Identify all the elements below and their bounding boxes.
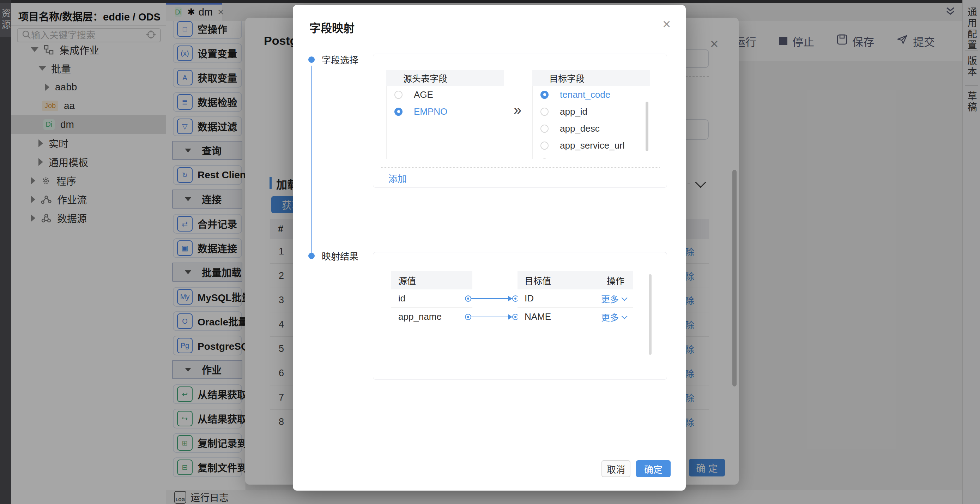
mapping-connector (465, 313, 519, 321)
mapping-target-table: 目标值 操作 ID 更多 NAME 更多 (517, 271, 633, 326)
mapping-source-row: app_name (391, 308, 473, 326)
step-label-field-select: 字段选择 (322, 53, 358, 66)
step-dot-field-select (308, 56, 315, 63)
target-field-app-service-url[interactable]: app_service_url (533, 137, 650, 154)
source-fields-list: 源头表字段 AGE EMPNO (386, 70, 504, 159)
more-dropdown[interactable]: 更多 (601, 311, 626, 323)
mapping-result-panel: 源值 id app_name (373, 252, 667, 380)
target-field-creator[interactable]: creator (533, 154, 650, 159)
target-fields-header: 目标字段 (532, 70, 650, 86)
mapping-connector (465, 295, 519, 302)
cancel-button[interactable]: 取消 (601, 460, 630, 477)
connector-endpoint-icon (465, 295, 471, 302)
source-fields-body: AGE EMPNO (386, 86, 504, 159)
mapping-source-row: id (391, 289, 473, 308)
scrollbar[interactable] (646, 102, 648, 151)
field-select-panel: 源头表字段 AGE EMPNO » 目标字段 (373, 54, 667, 188)
mapping-target-row: ID 更多 (517, 289, 633, 308)
connector-arrow-icon (508, 314, 512, 320)
modal-title: 字段映射 (309, 19, 355, 35)
more-dropdown[interactable]: 更多 (601, 292, 626, 305)
mapping-source-table: 源值 id app_name (391, 271, 473, 326)
target-field-tenant-code[interactable]: tenant_code (533, 86, 650, 103)
step-connector-line (311, 65, 312, 256)
radio-on-icon[interactable] (395, 108, 402, 116)
dotted-divider (381, 167, 660, 168)
connector-arrow-icon (508, 296, 512, 301)
app-screen: 资源 项目名称/数据层：eddie / ODS 集成作业 (0, 0, 980, 504)
chevron-down-icon (622, 313, 628, 319)
target-value-header: 目标值 操作 (517, 271, 633, 289)
mapping-target-row: NAME 更多 (517, 308, 633, 326)
chevron-down-icon (622, 295, 628, 301)
connector-endpoint-icon (465, 314, 471, 320)
source-value-header: 源值 (391, 271, 473, 289)
radio-on-icon[interactable] (541, 91, 549, 99)
transfer-chevrons-icon: » (514, 102, 522, 118)
radio-off-icon[interactable] (395, 91, 402, 99)
confirm-button[interactable]: 确定 (636, 460, 671, 477)
target-field-app-id[interactable]: app_id (533, 103, 650, 120)
connector-line (471, 317, 509, 317)
target-field-app-desc[interactable]: app_desc (533, 120, 650, 137)
field-mapping-modal: 字段映射 × 字段选择 映射结果 源头表字段 AGE EMPNO (293, 5, 686, 491)
step-label-mapping-result: 映射结果 (322, 249, 358, 262)
radio-off-icon[interactable] (541, 124, 549, 133)
radio-off-icon[interactable] (541, 142, 549, 150)
radio-off-icon[interactable] (541, 108, 549, 116)
action-header: 操作 (607, 274, 624, 287)
target-fields-list: 目标字段 tenant_code app_id app_desc (532, 70, 650, 159)
source-field-age[interactable]: AGE (387, 86, 504, 103)
add-mapping-link[interactable]: 添加 (388, 172, 407, 185)
source-field-empno[interactable]: EMPNO (387, 103, 504, 120)
connector-line (471, 298, 509, 299)
step-dot-mapping-result (308, 253, 315, 259)
source-fields-header: 源头表字段 (386, 70, 504, 86)
target-fields-body: tenant_code app_id app_desc app_service_… (532, 86, 650, 159)
scrollbar[interactable] (649, 274, 652, 355)
radio-off-icon[interactable] (541, 158, 549, 159)
close-icon[interactable]: × (662, 17, 671, 31)
